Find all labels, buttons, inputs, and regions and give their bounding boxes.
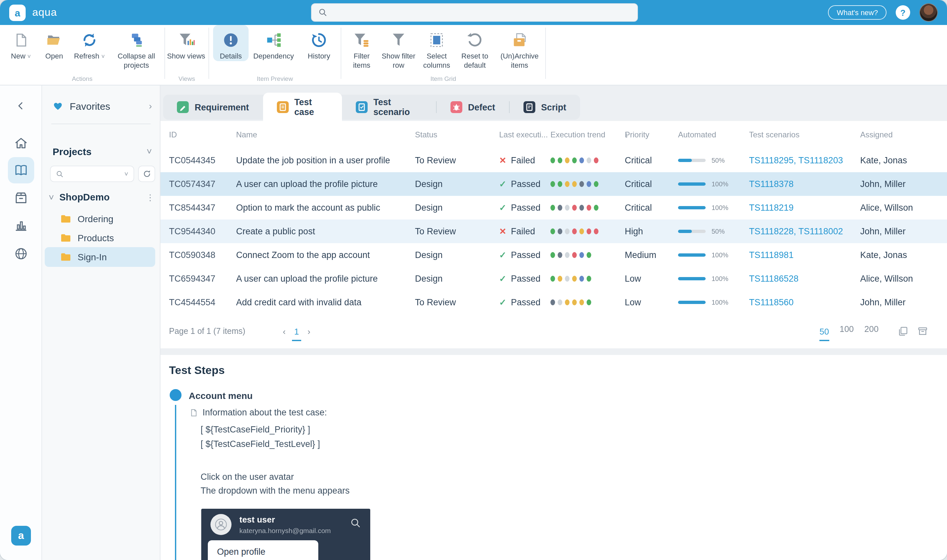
column-header-status[interactable]: Status [415,130,437,139]
page-size-200[interactable]: 200 [864,324,879,338]
details-button[interactable]: Details [213,25,249,61]
collapse-all-projects-button[interactable]: Collapse all projects [108,25,165,70]
automation-progressbar [678,230,706,233]
trend-dot-orange [565,299,570,305]
open-button[interactable]: Open [38,25,70,61]
project-node-shopdemo[interactable]: ˅ ShopDemo ⋮ [49,188,154,206]
passed-icon: ✓ [499,274,507,284]
trend-dot-red [587,228,591,234]
priority: Medium [625,250,656,260]
table-row[interactable]: TC0544345 Update the job position in a u… [160,149,947,172]
whats-new-button[interactable]: What's new? [828,5,887,20]
trend-dot-red [594,157,599,163]
table-row-selected[interactable]: TC0574347 A user can upload the profile … [160,172,947,196]
refresh-projects-button[interactable] [138,166,155,182]
filter-items-button[interactable]: Filter items [345,25,378,70]
folder-item-sign-in[interactable]: Sign-In [45,247,155,267]
test-steps-panel: Test Steps Account menu Information abou… [160,355,947,560]
trend-dot-green [558,157,562,163]
test-scenarios-link[interactable]: TS11186528 [749,274,799,284]
global-search-input[interactable] [333,7,631,18]
tab-defect[interactable]: Defect [436,95,509,120]
rail-domain-item[interactable] [8,240,34,267]
folder-item-products[interactable]: Products [45,228,155,248]
attached-screenshot[interactable]: test user kateryna.hornysh@gmail.com Ope… [201,509,370,560]
kebab-menu-icon[interactable]: ⋮ [146,192,154,202]
tab-test-scenario[interactable]: Test scenario [342,95,436,120]
caret-down-icon[interactable]: ˅ [124,170,128,177]
package-icon [14,191,28,205]
table-row[interactable]: TC6594347 A user can upload the profile … [160,267,947,291]
prev-page-button[interactable]: ‹ [283,326,286,336]
testcase-id: TC0544345 [169,155,216,165]
filter-items-icon [353,31,370,49]
folder-item-ordering[interactable]: Ordering [45,209,155,229]
column-header-last-execution[interactable]: Last executi... [499,130,548,139]
test-scenarios-link[interactable]: TS1118295, TS1118203 [749,155,843,165]
table-row[interactable]: TC4544554 Add credit card with invalid d… [160,291,947,314]
passed-icon: ✓ [499,203,507,212]
tab-requirement[interactable]: Requirement [163,95,263,120]
trend-dot-red [572,252,577,258]
test-scenarios-link[interactable]: TS1118378 [749,179,794,189]
current-page[interactable]: 1 [292,327,301,341]
globe-icon [14,246,28,261]
user-avatar[interactable] [919,3,938,22]
test-scenarios-link[interactable]: TS1118219 [749,203,794,212]
tab-script[interactable]: Script [509,95,580,120]
help-icon[interactable]: ? [896,5,910,20]
archive-icon[interactable] [917,325,929,337]
reset-icon [466,31,484,49]
chevron-down-icon[interactable]: ˅ [49,192,54,202]
column-header-name[interactable]: Name [236,130,257,139]
table-row[interactable]: TC8544347 Option to mark the account as … [160,196,947,220]
next-page-button[interactable]: › [308,326,310,336]
script-icon [523,101,535,113]
rail-reports-item[interactable] [8,212,34,238]
select-columns-button[interactable]: Select columns [417,25,456,70]
project-search[interactable]: ˅ [50,166,134,182]
project-search-input[interactable] [68,169,124,178]
rail-release-item[interactable] [8,185,34,211]
test-scenarios-link[interactable]: TS1118560 [749,297,794,307]
dependency-button[interactable]: Dependency [250,25,297,61]
tab-test-case[interactable]: Test case [263,93,342,122]
step-bullet-icon[interactable] [170,389,182,401]
grid-header-row: ID Name Status Last executi... Execution… [160,121,947,149]
unarchive-items-button[interactable]: (Un)Archive items [494,25,545,70]
screenshot-user-email: kateryna.hornysh@gmail.com [239,526,331,534]
column-header-id[interactable]: ID [169,130,177,139]
table-row[interactable]: TC0590348 Connect Zoom to the app accoun… [160,243,947,267]
page-size-100[interactable]: 100 [839,324,854,338]
test-scenarios-link[interactable]: TS1118981 [749,250,794,260]
chevron-right-icon[interactable]: › [149,100,152,111]
aqua-logo-icon: a [9,4,26,21]
table-row[interactable]: TC9544340 Create a public post To Review… [160,220,947,243]
main-content: Requirement Test case Test scenario Defe [160,85,947,560]
reset-to-default-button[interactable]: Reset to default [456,25,494,70]
global-search[interactable] [311,3,638,22]
show-filter-row-button[interactable]: Show filter row [379,25,417,70]
copy-pages-icon[interactable] [897,325,909,337]
trend-dot-gray [558,252,562,258]
projects-header[interactable]: Projects ˅ [52,143,152,159]
column-header-execution-trend[interactable]: Execution trend [550,130,605,139]
new-button[interactable]: New˅ [4,25,38,61]
refresh-button[interactable]: Refresh˅ [70,25,108,61]
last-execution: ✓Passed [499,179,540,189]
show-views-button[interactable]: Show views [165,25,207,61]
column-header-automated[interactable]: Automated [678,130,716,139]
trend-dot-orange [572,299,577,305]
divider [51,123,151,124]
rail-projects-item[interactable] [8,157,34,183]
chevron-down-icon[interactable]: ˅ [147,146,152,157]
column-header-test-scenarios[interactable]: Test scenarios [749,130,799,139]
history-button[interactable]: History [297,25,341,61]
collapse-sidebar-button[interactable] [8,93,34,119]
page-size-50[interactable]: 50 [819,327,829,341]
rail-home-item[interactable] [8,130,34,157]
sidebar: Favorites › Projects ˅ ˅ ˅ ShopDemo ⋮ Or… [42,85,160,560]
column-header-assigned[interactable]: Assigned [860,130,893,139]
favorites-header[interactable]: Favorites › [52,97,152,114]
test-scenarios-link[interactable]: TS1118228, TS1118002 [749,226,843,236]
